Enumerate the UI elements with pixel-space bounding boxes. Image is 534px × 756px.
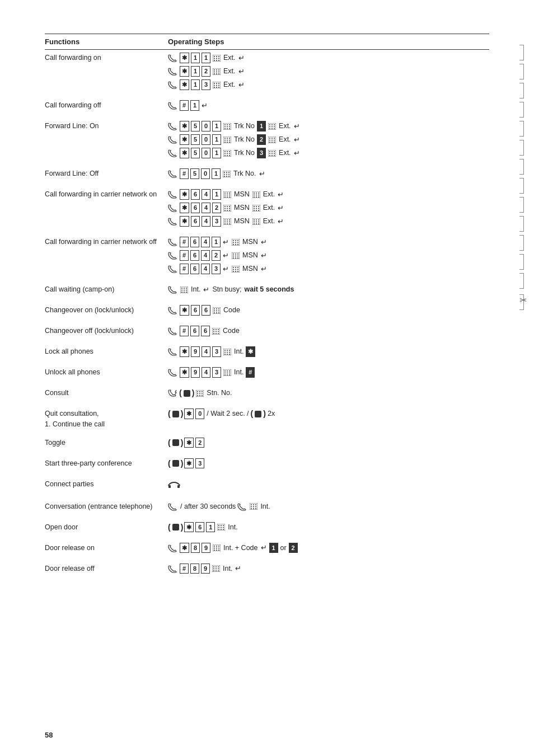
ops-cell: #89Int.↵ xyxy=(168,561,489,578)
key-box: 1 xyxy=(191,79,200,90)
svg-point-289 xyxy=(213,566,214,567)
svg-point-103 xyxy=(229,192,230,194)
svg-point-148 xyxy=(227,223,228,224)
key-box: ✱ xyxy=(180,216,189,227)
table-row: Toggle()✱2 xyxy=(45,435,489,452)
key-box: 0 xyxy=(202,148,210,158)
function-cell: Changeover on (lock/unlock) xyxy=(45,302,168,320)
svg-point-123 xyxy=(229,206,230,207)
svg-point-13 xyxy=(218,69,219,71)
svg-point-224 xyxy=(224,351,226,353)
bracket-symbol: ( xyxy=(251,408,254,420)
ops-line: ✱13Ext.↵ xyxy=(168,79,485,91)
svg-point-28 xyxy=(216,87,217,88)
phone-icon xyxy=(168,120,177,132)
key-box: 4 xyxy=(201,237,210,247)
svg-point-176 xyxy=(237,255,238,256)
svg-point-156 xyxy=(258,221,259,222)
svg-point-250 xyxy=(202,395,203,396)
table-row: Connect parties xyxy=(45,476,489,495)
ops-text: MSN xyxy=(242,237,258,247)
svg-point-3 xyxy=(218,56,219,57)
ops-line: ()✱0/ Wait 2 sec. /()2x xyxy=(168,408,485,420)
svg-point-87 xyxy=(269,155,270,156)
enter-symbol: ↵ xyxy=(294,121,300,132)
ops-cell: ✱641MSNExt.↵✱642MSNExt.↵✱643MSNExt.↵ xyxy=(168,186,489,231)
key-box: # xyxy=(180,237,189,247)
svg-point-37 xyxy=(224,128,226,129)
svg-point-59 xyxy=(229,142,230,143)
table-row: Call forwarding in carrier network off#6… xyxy=(45,234,489,278)
svg-point-54 xyxy=(224,139,226,140)
svg-point-183 xyxy=(237,267,238,268)
svg-point-86 xyxy=(274,153,275,154)
spacer-row xyxy=(45,578,489,581)
svg-point-116 xyxy=(258,194,259,195)
svg-point-81 xyxy=(269,151,270,152)
ops-text: MSN xyxy=(234,203,250,213)
keypad-icon xyxy=(223,189,231,200)
svg-point-231 xyxy=(224,370,226,372)
svg-point-193 xyxy=(186,288,187,289)
svg-point-285 xyxy=(214,550,215,551)
svg-point-96 xyxy=(228,173,229,175)
ops-text: Ext. xyxy=(279,134,291,145)
ops-cell: #641↵MSN↵#642↵MSN↵#643↵MSN↵ xyxy=(168,234,489,278)
svg-point-56 xyxy=(229,139,230,140)
function-label: Changeover on (lock/unlock) xyxy=(45,305,163,316)
phone-icon xyxy=(168,65,177,77)
svg-point-8 xyxy=(216,60,217,61)
svg-point-276 xyxy=(221,529,222,530)
key-box: 0 xyxy=(201,168,210,179)
svg-point-203 xyxy=(218,308,219,309)
svg-point-159 xyxy=(258,223,259,224)
keypad-icon xyxy=(223,134,231,145)
svg-point-94 xyxy=(224,173,225,175)
ops-text: Trk No. xyxy=(233,168,256,179)
svg-point-171 xyxy=(233,253,234,255)
ops-line: #641↵MSN↵ xyxy=(168,236,485,248)
svg-point-293 xyxy=(216,569,217,570)
function-cell: Quit consultation,1. Continue the call xyxy=(45,406,168,431)
svg-point-237 xyxy=(224,374,226,375)
svg-point-101 xyxy=(224,192,226,194)
svg-point-166 xyxy=(237,242,238,243)
svg-point-168 xyxy=(235,244,236,245)
keypad-icon xyxy=(223,203,231,213)
ops-text: Code xyxy=(223,326,240,336)
enter-symbol: ↵ xyxy=(261,542,267,553)
svg-point-238 xyxy=(227,374,228,375)
function-cell: Call forwarding in carrier network on xyxy=(45,186,168,231)
ops-line: #501Trk No.↵ xyxy=(168,168,485,180)
svg-point-66 xyxy=(274,139,275,140)
keypad-icon xyxy=(213,79,221,90)
ops-cell: ✱501Trk No1Ext.↵✱501Trk No2Ext.↵✱501Trk … xyxy=(168,118,489,162)
svg-point-2 xyxy=(216,56,217,57)
svg-point-55 xyxy=(227,139,228,140)
svg-point-287 xyxy=(218,550,219,551)
svg-point-47 xyxy=(269,128,270,129)
function-label: Door release off xyxy=(45,564,163,574)
ops-cell: ✱943Int.✱ xyxy=(168,344,489,361)
ops-text: Trk No xyxy=(234,134,255,145)
svg-point-145 xyxy=(227,221,228,222)
svg-point-4 xyxy=(214,58,215,59)
svg-point-291 xyxy=(218,566,219,567)
ops-cell: ✱943Int.# xyxy=(168,364,489,382)
keypad-icon xyxy=(252,216,260,227)
ops-cell: Int.↵Stn busy;wait 5 seconds xyxy=(168,281,489,299)
svg-point-181 xyxy=(233,267,234,268)
ops-text: Ext. xyxy=(223,66,236,77)
svg-point-229 xyxy=(229,354,230,355)
key-box: ✱ xyxy=(246,346,255,357)
table-row: Door release off#89Int.↵ xyxy=(45,561,489,578)
svg-point-259 xyxy=(253,504,254,505)
svg-point-83 xyxy=(274,151,275,152)
bracket-symbol: ( xyxy=(168,408,171,420)
key-box: 8 xyxy=(190,564,199,574)
bracket-symbol: ) xyxy=(181,458,184,469)
key-box: ✱ xyxy=(184,458,194,469)
svg-point-139 xyxy=(258,210,259,211)
bracket-symbol: ( xyxy=(168,437,171,449)
ops-line: ✱943Int.✱ xyxy=(168,346,485,358)
